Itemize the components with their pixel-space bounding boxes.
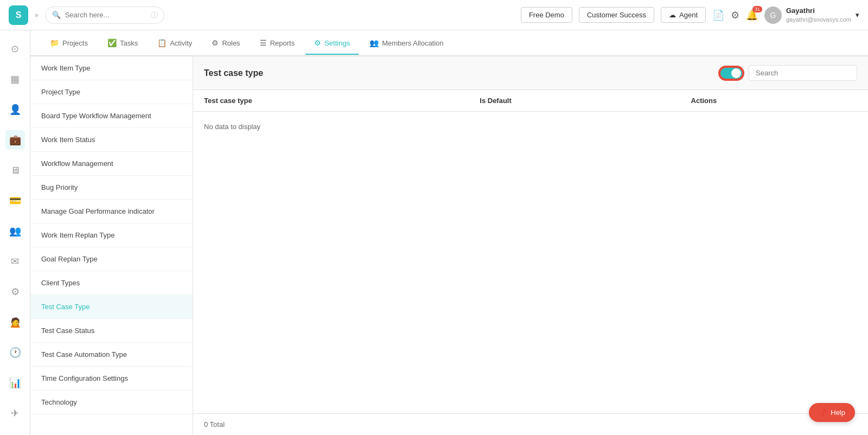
table-search-input[interactable]	[749, 65, 857, 81]
total-count: 0 Total	[204, 420, 225, 428]
app-logo: S	[9, 5, 28, 25]
user-email: gayathri@snovasys.com	[786, 16, 851, 23]
user-name: Gayathri	[786, 7, 851, 16]
notification-icon[interactable]: 🔔 31	[746, 9, 758, 21]
sidebar-icon-dashboard[interactable]: ▦	[5, 69, 25, 89]
settings-item-work-item-replan[interactable]: Work Item Replan Type	[30, 223, 193, 247]
tab-roles[interactable]: ⚙ Roles	[203, 32, 248, 55]
tasks-icon: ✅	[107, 39, 117, 47]
tab-activity[interactable]: 📋 Activity	[149, 32, 201, 55]
settings-item-board-type[interactable]: Board Type Workflow Management	[30, 104, 193, 128]
agent-icon: ☁	[669, 11, 676, 19]
settings-icon[interactable]: ⚙	[731, 9, 739, 21]
settings-item-bug-priority[interactable]: Bug Priority	[30, 176, 193, 200]
document-icon[interactable]: 📄	[712, 9, 724, 21]
settings-item-work-item-type[interactable]: Work Item Type	[30, 56, 193, 80]
sidebar-icon-send[interactable]: ✈	[5, 404, 25, 423]
settings-tab-icon: ⚙	[314, 39, 321, 47]
expand-icon[interactable]: »	[35, 11, 39, 19]
add-toggle-button[interactable]	[719, 67, 743, 80]
notification-badge: 31	[752, 6, 762, 12]
settings-item-workflow[interactable]: Workflow Management	[30, 152, 193, 176]
settings-item-test-case-automation[interactable]: Test Case Automation Type	[30, 343, 193, 367]
no-data-message: No data to display	[193, 112, 868, 142]
settings-item-manage-goal[interactable]: Manage Goal Performance indicator	[30, 200, 193, 223]
top-header: S » 🔍 ⓘ Free Demo Customer Success ☁ Age…	[0, 0, 868, 30]
search-input[interactable]	[65, 11, 146, 19]
help-icon: ❓	[819, 408, 827, 417]
left-sidebar: ⊙ ▦ 👤 💼 🖥 💳 👥 ✉ ⚙ 🙍 🕐 📊 ✈	[0, 30, 30, 435]
settings-item-technology[interactable]: Technology	[30, 391, 193, 414]
sidebar-icon-team[interactable]: 👥	[5, 221, 25, 241]
sidebar-icon-clock[interactable]: 🕐	[5, 343, 25, 362]
content-header: Test case type	[193, 56, 868, 90]
table-container: Test case type Is Default Actions No dat…	[193, 90, 868, 413]
sidebar-icon-monitor[interactable]: 🖥	[5, 161, 25, 180]
data-table: Test case type Is Default Actions No dat…	[193, 90, 868, 142]
reports-icon: ☰	[260, 39, 267, 47]
avatar: G	[764, 7, 782, 24]
main-content: Work Item Type Project Type Board Type W…	[30, 56, 868, 435]
members-icon: 👥	[369, 39, 379, 47]
sidebar-icon-user[interactable]: 👤	[5, 100, 25, 119]
activity-icon: 📋	[157, 39, 167, 47]
settings-item-test-case-status[interactable]: Test Case Status	[30, 319, 193, 343]
settings-item-test-case-type[interactable]: Test Case Type	[30, 295, 193, 319]
tab-projects[interactable]: 📁 Projects	[41, 32, 97, 55]
settings-item-time-config[interactable]: Time Configuration Settings	[30, 367, 193, 391]
content-title: Test case type	[204, 68, 263, 78]
free-demo-button[interactable]: Free Demo	[521, 7, 572, 23]
table-footer: 0 Total	[193, 413, 868, 435]
tab-members[interactable]: 👥 Members Allocation	[361, 32, 452, 55]
header-actions: Free Demo Customer Success ☁ Agent 📄 ⚙ 🔔…	[521, 7, 859, 24]
sidebar-icon-person[interactable]: 🙍	[5, 312, 25, 332]
header-right	[719, 65, 857, 81]
sidebar-icon-settings[interactable]: ⚙	[5, 282, 25, 302]
settings-item-client-types[interactable]: Client Types	[30, 271, 193, 295]
search-icon: 🔍	[52, 11, 61, 19]
settings-item-project-type[interactable]: Project Type	[30, 80, 193, 104]
roles-icon: ⚙	[212, 39, 219, 47]
nav-tabs: 📁 Projects ✅ Tasks 📋 Activity ⚙ Roles ☰ …	[30, 30, 868, 56]
settings-item-goal-replan[interactable]: Goal Replan Type	[30, 247, 193, 271]
sidebar-icon-briefcase[interactable]: 💼	[5, 130, 25, 150]
col-is-default: Is Default	[469, 90, 680, 112]
chevron-down-icon: ▾	[856, 11, 859, 19]
col-test-case-type: Test case type	[193, 90, 469, 112]
tab-tasks[interactable]: ✅ Tasks	[99, 32, 146, 55]
tab-reports[interactable]: ☰ Reports	[251, 32, 304, 55]
sidebar-icon-analytics[interactable]: ⊙	[5, 39, 25, 59]
settings-item-work-item-status[interactable]: Work Item Status	[30, 128, 193, 152]
projects-icon: 📁	[50, 39, 59, 47]
sidebar-icon-card[interactable]: 💳	[5, 191, 25, 210]
user-info[interactable]: G Gayathri gayathri@snovasys.com ▾	[764, 7, 859, 24]
col-actions: Actions	[680, 90, 868, 112]
info-icon: ⓘ	[151, 10, 158, 20]
agent-button[interactable]: ☁ Agent	[661, 7, 706, 23]
settings-sidebar: Work Item Type Project Type Board Type W…	[30, 56, 193, 435]
sidebar-icon-report[interactable]: 📊	[5, 373, 25, 393]
help-button[interactable]: ❓ Help	[809, 403, 855, 422]
sidebar-icon-mail[interactable]: ✉	[5, 252, 25, 271]
customer-success-button[interactable]: Customer Success	[579, 7, 654, 23]
tab-settings[interactable]: ⚙ Settings	[305, 32, 359, 55]
search-bar[interactable]: 🔍 ⓘ	[45, 7, 164, 24]
content-area: Test case type Test case type Is Default…	[193, 56, 868, 435]
